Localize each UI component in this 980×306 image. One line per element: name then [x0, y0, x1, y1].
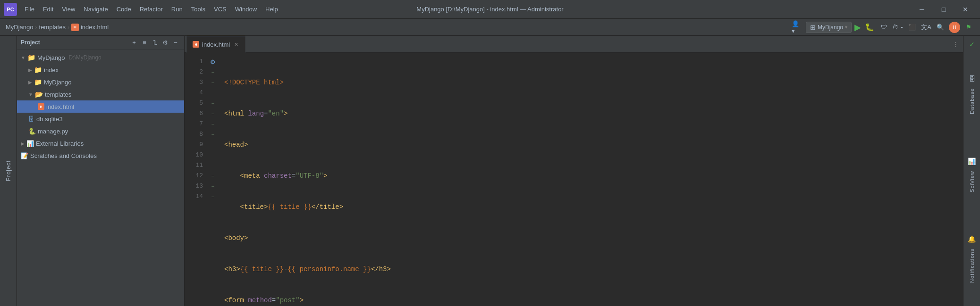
project-tab-panel: Project [0, 36, 17, 306]
gutter-6: − [207, 108, 219, 119]
line-num-11: 11 [195, 160, 203, 171]
sidebar-add-btn[interactable]: + [129, 38, 139, 47]
tree-item-templates-folder[interactable]: ▼ 📂 templates [17, 88, 184, 100]
tree-label-manage-py: manage.py [38, 128, 68, 135]
sidebar-tab-bar: Project + ≡ ⇅ ⚙ − [17, 36, 184, 50]
tab-more-btn[interactable]: ⋮ [950, 39, 961, 50]
menu-code[interactable]: Code [113, 4, 135, 15]
project-vertical-tab[interactable]: Project [5, 157, 12, 185]
user-avatar[interactable]: U [949, 22, 960, 33]
scratch-icon: 📝 [21, 152, 28, 159]
coverage-button[interactable]: ⏱ ▾ [892, 22, 904, 33]
tree-item-mydjango-folder[interactable]: ▶ 📁 MyDjango [17, 76, 184, 88]
breadcrumb-mydjango[interactable]: MyDjango [6, 24, 34, 31]
tab-close-btn[interactable]: ✕ [233, 41, 239, 48]
code-content[interactable]: <!DOCTYPE html> <html lang="en"> <head> … [219, 53, 959, 306]
breadcrumb-templates[interactable]: templates [39, 24, 66, 31]
menu-tools[interactable]: Tools [187, 4, 209, 15]
line-num-3: 3 [199, 77, 203, 88]
project-selector[interactable]: ⊞ MyDjango ▾ [806, 22, 852, 33]
sidebar-menu-btn[interactable]: ≡ [140, 38, 149, 47]
line-num-6: 6 [199, 108, 203, 119]
folder-icon-mydjango: 📁 [27, 54, 35, 61]
flag-button[interactable]: ⚑ [963, 22, 974, 33]
html-file-icon-tree: H [38, 103, 44, 110]
right-panels: ✓ 🗄 Database 📊 SciView 🔔 Notifications [963, 36, 980, 306]
tree-item-index-html[interactable]: H index.html [17, 100, 184, 113]
minimize-button[interactable]: ─ [911, 2, 933, 17]
gutter-9 [207, 140, 219, 150]
code-editor: 1 2 3 4 5 6 7 8 9 10 11 12 13 14 ⚙ − − [185, 53, 963, 306]
sidebar-title: Project [21, 39, 40, 46]
code-line-2: <html lang="en"> [224, 108, 954, 119]
expand-icon-mydjango-folder: ▶ [28, 80, 32, 85]
menu-file[interactable]: File [21, 4, 38, 15]
menu-run[interactable]: Run [168, 4, 186, 15]
notifications-panel-icon[interactable]: 🔔 [965, 232, 979, 246]
line-num-8: 8 [199, 129, 203, 140]
menu-window[interactable]: Window [231, 4, 261, 15]
sidebar-settings-btn[interactable]: ⚙ [161, 38, 170, 47]
folder-icon-mydjango: 📁 [34, 78, 42, 86]
database-panel-icon[interactable]: 🗄 [965, 72, 979, 85]
gutter-10 [207, 150, 219, 160]
sciview-panel-label[interactable]: SciView [969, 169, 975, 194]
translate-button[interactable]: 文A [921, 22, 932, 33]
tab-label-index-html: index.html [202, 41, 230, 48]
tree-item-manage-py[interactable]: 🐍 manage.py [17, 125, 184, 137]
tree-item-external-libraries[interactable]: ▶ 📊 External Libraries [17, 137, 184, 149]
tree-label-external-libraries: External Libraries [36, 140, 84, 147]
line-num-1: 1 [199, 57, 203, 67]
maximize-button[interactable]: □ [933, 2, 955, 17]
tree-path-mydjango: D:\MyDjango [68, 54, 101, 61]
line-num-12: 12 [195, 171, 203, 181]
tree-item-db-sqlite3[interactable]: 🗄 db.sqlite3 [17, 113, 184, 125]
code-line-1: <!DOCTYPE html> [224, 77, 954, 88]
tree-item-index-folder[interactable]: ▶ 📁 index [17, 64, 184, 76]
stop-button[interactable]: ⬛ [906, 22, 918, 33]
sidebar-collapse-btn[interactable]: − [171, 38, 180, 47]
sciview-panel-icon[interactable]: 📊 [965, 155, 979, 168]
menu-navigate[interactable]: Navigate [80, 4, 111, 15]
folder-icon-templates: 📂 [35, 91, 43, 98]
editor-tabs: H index.html ✕ ⋮ [185, 36, 963, 53]
sidebar-sort-btn[interactable]: ⇅ [150, 38, 160, 47]
menu-vcs[interactable]: VCS [210, 4, 230, 15]
tree-label-db-sqlite3: db.sqlite3 [36, 116, 63, 123]
tree-label-templates: templates [45, 91, 71, 98]
menu-help[interactable]: Help [262, 4, 282, 15]
gutter-11 [207, 160, 219, 171]
tree-label-scratches: Scratches and Consoles [30, 152, 97, 159]
gutter-3: − [207, 77, 219, 88]
window-title: MyDjango [D:\MyDjango] - index.html — Ad… [416, 6, 563, 13]
tree-label-index-folder: index [44, 66, 59, 74]
gutter-1[interactable]: ⚙ [207, 57, 219, 67]
database-panel-label[interactable]: Database [969, 86, 975, 116]
debug-button[interactable]: 🐛 [864, 22, 875, 33]
user-icon-btn[interactable]: 👤 ▾ [792, 22, 803, 33]
gutter: ⚙ − − − − − − − − − [207, 53, 219, 306]
close-button[interactable]: ✕ [955, 2, 976, 17]
run-button[interactable]: ▶ [854, 22, 861, 33]
gutter-5: − [207, 98, 219, 108]
sciview-panel-section: 📊 SciView [965, 155, 979, 194]
expand-icon-mydjango: ▼ [21, 55, 25, 60]
editor-tab-index-html[interactable]: H index.html ✕ [186, 36, 245, 53]
breadcrumb-sep-1: › [35, 24, 37, 31]
folder-icon-index: 📁 [34, 66, 42, 74]
menu-refactor[interactable]: Refactor [136, 4, 167, 15]
line-numbers: 1 2 3 4 5 6 7 8 9 10 11 12 13 14 [185, 53, 207, 306]
tree-item-mydjango-root[interactable]: ▼ 📁 MyDjango D:\MyDjango [17, 51, 184, 64]
menu-view[interactable]: View [58, 4, 79, 15]
menu-edit[interactable]: Edit [39, 4, 57, 15]
gutter-13: − [207, 181, 219, 191]
search-button[interactable]: 🔍 [935, 22, 946, 33]
vertical-scrollbar[interactable] [959, 53, 963, 306]
gutter-7: − [207, 119, 219, 129]
line-num-7: 7 [199, 119, 203, 129]
tree-item-scratches[interactable]: 📝 Scratches and Consoles [17, 149, 184, 162]
py-file-icon: 🐍 [28, 128, 36, 135]
line-num-10: 10 [195, 150, 203, 160]
profile-button[interactable]: 🛡 [878, 22, 889, 33]
notifications-panel-label[interactable]: Notifications [969, 247, 975, 285]
